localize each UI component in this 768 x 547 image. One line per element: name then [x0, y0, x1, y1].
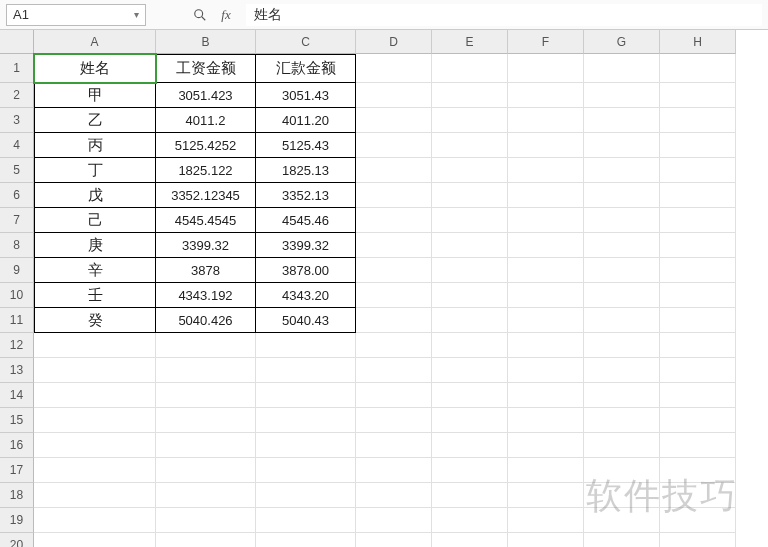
cell-H9[interactable]: [660, 258, 736, 283]
column-header-A[interactable]: A: [34, 30, 156, 54]
cell-C15[interactable]: [256, 408, 356, 433]
cell-A16[interactable]: [34, 433, 156, 458]
cell-A5[interactable]: 丁: [34, 158, 156, 183]
cell-D20[interactable]: [356, 533, 432, 547]
row-header-1[interactable]: 1: [0, 54, 34, 83]
cell-G3[interactable]: [584, 108, 660, 133]
cell-A9[interactable]: 辛: [34, 258, 156, 283]
fx-icon[interactable]: fx: [218, 7, 234, 23]
cell-C13[interactable]: [256, 358, 356, 383]
name-box[interactable]: A1 ▾: [6, 4, 146, 26]
row-header-2[interactable]: 2: [0, 83, 34, 108]
cell-F9[interactable]: [508, 258, 584, 283]
cell-B16[interactable]: [156, 433, 256, 458]
cell-B5[interactable]: 1825.122: [156, 158, 256, 183]
row-header-16[interactable]: 16: [0, 433, 34, 458]
cell-E12[interactable]: [432, 333, 508, 358]
cell-C12[interactable]: [256, 333, 356, 358]
cell-grid[interactable]: 姓名工资金额汇款金额甲3051.4233051.43乙4011.24011.20…: [34, 54, 768, 547]
cell-A2[interactable]: 甲: [34, 83, 156, 108]
cell-B7[interactable]: 4545.4545: [156, 208, 256, 233]
cell-A14[interactable]: [34, 383, 156, 408]
cell-G20[interactable]: [584, 533, 660, 547]
cell-G7[interactable]: [584, 208, 660, 233]
row-header-12[interactable]: 12: [0, 333, 34, 358]
cell-H20[interactable]: [660, 533, 736, 547]
cell-F16[interactable]: [508, 433, 584, 458]
cell-E15[interactable]: [432, 408, 508, 433]
cell-B20[interactable]: [156, 533, 256, 547]
column-header-E[interactable]: E: [432, 30, 508, 54]
column-header-C[interactable]: C: [256, 30, 356, 54]
cell-B6[interactable]: 3352.12345: [156, 183, 256, 208]
cell-G14[interactable]: [584, 383, 660, 408]
column-header-G[interactable]: G: [584, 30, 660, 54]
row-header-8[interactable]: 8: [0, 233, 34, 258]
cell-E1[interactable]: [432, 54, 508, 83]
cell-H10[interactable]: [660, 283, 736, 308]
cell-D4[interactable]: [356, 133, 432, 158]
cell-A4[interactable]: 丙: [34, 133, 156, 158]
column-header-D[interactable]: D: [356, 30, 432, 54]
cell-F15[interactable]: [508, 408, 584, 433]
cell-C4[interactable]: 5125.43: [256, 133, 356, 158]
cell-A1[interactable]: 姓名: [34, 54, 156, 83]
cell-H11[interactable]: [660, 308, 736, 333]
cell-A17[interactable]: [34, 458, 156, 483]
cell-E20[interactable]: [432, 533, 508, 547]
cell-B13[interactable]: [156, 358, 256, 383]
formula-input[interactable]: 姓名: [246, 4, 762, 26]
cell-D9[interactable]: [356, 258, 432, 283]
cell-D15[interactable]: [356, 408, 432, 433]
cell-H4[interactable]: [660, 133, 736, 158]
cell-A13[interactable]: [34, 358, 156, 383]
cell-F3[interactable]: [508, 108, 584, 133]
cell-E10[interactable]: [432, 283, 508, 308]
cell-C9[interactable]: 3878.00: [256, 258, 356, 283]
column-header-B[interactable]: B: [156, 30, 256, 54]
row-header-6[interactable]: 6: [0, 183, 34, 208]
cell-H17[interactable]: [660, 458, 736, 483]
cell-C11[interactable]: 5040.43: [256, 308, 356, 333]
cell-A7[interactable]: 己: [34, 208, 156, 233]
cell-E16[interactable]: [432, 433, 508, 458]
cell-A20[interactable]: [34, 533, 156, 547]
cell-D12[interactable]: [356, 333, 432, 358]
cell-F13[interactable]: [508, 358, 584, 383]
row-header-13[interactable]: 13: [0, 358, 34, 383]
column-header-H[interactable]: H: [660, 30, 736, 54]
cell-B10[interactable]: 4343.192: [156, 283, 256, 308]
cell-B17[interactable]: [156, 458, 256, 483]
cell-A8[interactable]: 庚: [34, 233, 156, 258]
cell-B1[interactable]: 工资金额: [156, 54, 256, 83]
cell-C18[interactable]: [256, 483, 356, 508]
cell-C7[interactable]: 4545.46: [256, 208, 356, 233]
cell-B4[interactable]: 5125.4252: [156, 133, 256, 158]
cell-B8[interactable]: 3399.32: [156, 233, 256, 258]
cell-E9[interactable]: [432, 258, 508, 283]
cell-H1[interactable]: [660, 54, 736, 83]
cell-G4[interactable]: [584, 133, 660, 158]
cell-G10[interactable]: [584, 283, 660, 308]
cell-B3[interactable]: 4011.2: [156, 108, 256, 133]
row-header-7[interactable]: 7: [0, 208, 34, 233]
cell-D5[interactable]: [356, 158, 432, 183]
cell-F17[interactable]: [508, 458, 584, 483]
cell-D10[interactable]: [356, 283, 432, 308]
cell-E8[interactable]: [432, 233, 508, 258]
row-header-20[interactable]: 20: [0, 533, 34, 547]
cell-E6[interactable]: [432, 183, 508, 208]
cell-F4[interactable]: [508, 133, 584, 158]
row-header-19[interactable]: 19: [0, 508, 34, 533]
cell-G12[interactable]: [584, 333, 660, 358]
cell-F10[interactable]: [508, 283, 584, 308]
cell-F5[interactable]: [508, 158, 584, 183]
cell-G5[interactable]: [584, 158, 660, 183]
cell-D3[interactable]: [356, 108, 432, 133]
row-header-3[interactable]: 3: [0, 108, 34, 133]
cell-G6[interactable]: [584, 183, 660, 208]
cell-C1[interactable]: 汇款金额: [256, 54, 356, 83]
cell-D17[interactable]: [356, 458, 432, 483]
cell-H2[interactable]: [660, 83, 736, 108]
cell-H15[interactable]: [660, 408, 736, 433]
